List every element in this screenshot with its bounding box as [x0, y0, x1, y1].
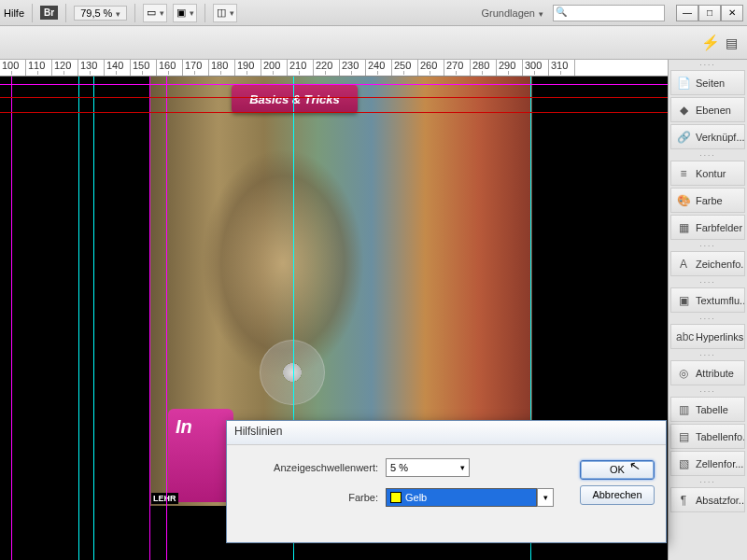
bridge-button[interactable]: Br: [40, 6, 58, 20]
ruler-tick: 260: [418, 60, 444, 76]
guides-dialog: Hilfslinien Anzeigeschwellenwert: 5 %▾ O…: [226, 420, 667, 543]
guide-horizontal[interactable]: [0, 112, 668, 113]
ruler-tick: 270: [444, 60, 471, 76]
zoom-level-dropdown[interactable]: 79,5 %: [74, 6, 127, 21]
close-button[interactable]: ✕: [721, 5, 743, 21]
panel-label: Ebenen: [696, 105, 731, 116]
panel-seiten-icon: 📄: [676, 77, 691, 90]
guide-vertical[interactable]: [166, 77, 167, 560]
ruler-tick: 190: [235, 60, 261, 76]
ruler-tick: 310: [549, 60, 575, 76]
panel-zeichenformate-icon: A: [676, 258, 691, 271]
panel-farbe-icon: 🎨: [676, 194, 691, 207]
maximize-button[interactable]: □: [698, 5, 721, 21]
minimize-button[interactable]: —: [676, 5, 698, 21]
arrange-documents-button[interactable]: ◫: [213, 4, 237, 22]
panel-farbfelder[interactable]: ▦Farbfelder: [670, 215, 745, 240]
ruler-tick: 130: [78, 60, 105, 76]
panel-label: Hyperlinks: [696, 331, 743, 343]
panel-farbe[interactable]: 🎨Farbe: [670, 188, 745, 213]
view-options-button[interactable]: ▭: [143, 4, 167, 22]
panel-verknuepfungen[interactable]: 🔗Verknüpf...: [670, 124, 745, 149]
panel-label: Attribute: [696, 368, 734, 379]
panel-textumfluss[interactable]: ▣Textumflu...: [670, 287, 745, 313]
color-swatch-icon: [390, 492, 402, 503]
panel-zellenformate[interactable]: ▧Zellenfor...: [670, 451, 745, 476]
guide-vertical[interactable]: [78, 77, 79, 560]
ruler-tick: 180: [209, 60, 235, 76]
ruler-tick: 300: [523, 60, 549, 76]
horizontal-ruler[interactable]: 1001101201301401501601701801902002102202…: [0, 60, 668, 77]
panel-kontur[interactable]: ≡Kontur: [670, 161, 745, 186]
quick-apply-icon[interactable]: ⚡: [701, 34, 720, 51]
panel-grip[interactable]: [669, 386, 747, 396]
top-toolbar: Hilfe Br 79,5 % ▭ ▣ ◫ Grundlagen — □ ✕: [0, 0, 747, 26]
corner-badge: In: [168, 409, 233, 502]
panel-label: Tabellenfo...: [696, 431, 745, 442]
panel-label: Tabelle: [696, 404, 728, 415]
guide-vertical[interactable]: [93, 77, 94, 560]
panel-attribute[interactable]: ◎Attribute: [670, 360, 745, 385]
color-label: Farbe:: [238, 492, 378, 503]
panel-tabelle[interactable]: ▥Tabelle: [670, 397, 745, 422]
panel-absatzformate[interactable]: ¶Absatzfor...: [670, 487, 745, 512]
panel-grip[interactable]: [669, 150, 747, 160]
panel-zeichenformate[interactable]: AZeichenfo...: [670, 251, 745, 276]
panel-ebenen-icon: ◆: [676, 104, 691, 117]
guide-vertical[interactable]: [11, 77, 12, 560]
panel-label: Seiten: [696, 77, 725, 89]
panel-seiten[interactable]: 📄Seiten: [670, 70, 745, 95]
guide-vertical[interactable]: [149, 77, 150, 560]
control-menu-icon[interactable]: ▤: [726, 35, 738, 50]
title-badge: Basics & Tricks: [232, 85, 358, 113]
panel-grip[interactable]: [669, 241, 747, 250]
separator: [65, 4, 66, 22]
panel-label: Textumflu...: [696, 295, 745, 306]
guide-horizontal[interactable]: [0, 84, 668, 85]
ruler-tick: 280: [471, 60, 497, 76]
panel-tabelle-icon: ▥: [676, 403, 691, 416]
color-dropdown[interactable]: Gelb: [386, 488, 537, 507]
ok-button[interactable]: OK: [580, 460, 655, 480]
cancel-button[interactable]: Abbrechen: [580, 485, 655, 505]
ruler-tick: 170: [183, 60, 209, 76]
panel-tabellenformate-icon: ▤: [676, 430, 691, 443]
panel-attribute-icon: ◎: [676, 367, 691, 380]
ruler-tick: 210: [288, 60, 314, 76]
ruler-tick: 220: [314, 60, 340, 76]
help-menu[interactable]: Hilfe: [4, 7, 24, 19]
panel-tabellenformate[interactable]: ▤Tabellenfo...: [670, 424, 745, 449]
panel-ebenen[interactable]: ◆Ebenen: [670, 97, 745, 122]
workspace-switcher[interactable]: Grundlagen: [482, 7, 544, 19]
search-input[interactable]: [553, 5, 665, 21]
ruler-tick: 120: [52, 60, 78, 76]
panel-label: Farbfelder: [696, 222, 742, 233]
panel-farbfelder-icon: ▦: [676, 221, 691, 234]
screen-mode-button[interactable]: ▣: [173, 4, 197, 22]
ruler-tick: 110: [26, 60, 52, 76]
panel-hyperlinks[interactable]: abcHyperlinks: [670, 324, 745, 349]
panel-label: Zellenfor...: [696, 458, 743, 469]
separator: [204, 4, 205, 22]
panel-hyperlinks-icon: abc: [676, 330, 691, 343]
ruler-tick: 200: [261, 60, 288, 76]
panel-grip[interactable]: [669, 477, 747, 486]
panel-grip[interactable]: [669, 60, 747, 69]
panel-label: Absatzfor...: [696, 495, 745, 506]
panel-label: Farbe: [696, 195, 723, 206]
guide-horizontal[interactable]: [0, 97, 668, 98]
ruler-tick: 160: [157, 60, 183, 76]
panel-grip[interactable]: [669, 277, 747, 287]
separator: [32, 4, 33, 22]
control-bar: ⚡ ▤: [0, 26, 747, 60]
panel-kontur-icon: ≡: [676, 167, 691, 180]
color-dropdown-caret[interactable]: ▾: [537, 488, 554, 507]
panel-dock: 📄Seiten◆Ebenen🔗Verknüpf...≡Kontur🎨Farbe▦…: [668, 60, 747, 560]
ruler-tick: 250: [392, 60, 418, 76]
threshold-dropdown[interactable]: 5 %▾: [386, 458, 470, 477]
panel-textumfluss-icon: ▣: [676, 294, 691, 307]
panel-grip[interactable]: [669, 314, 747, 323]
panel-label: Verknüpf...: [696, 132, 745, 143]
ruler-tick: 100: [0, 60, 26, 76]
panel-grip[interactable]: [669, 350, 747, 359]
